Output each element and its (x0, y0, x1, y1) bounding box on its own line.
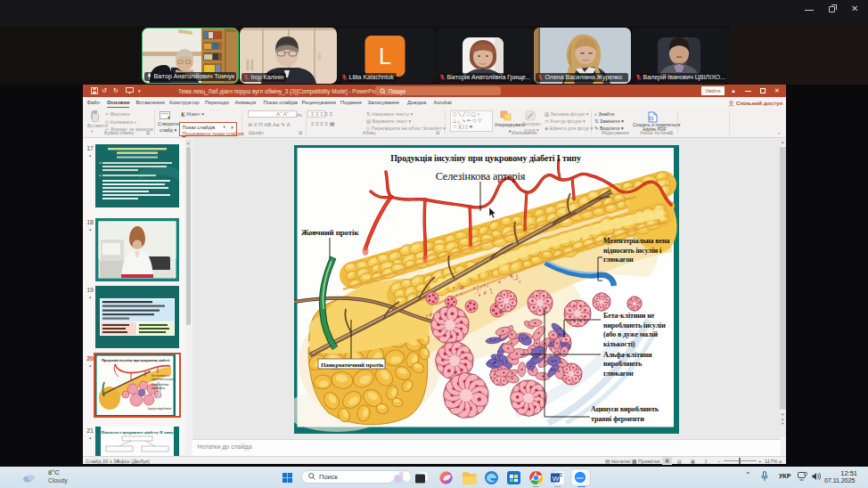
svg-text:виробляють: виробляють (151, 386, 166, 390)
svg-text:Альфа-клітини: Альфа-клітини (603, 351, 652, 359)
svg-text:глюкагон: глюкагон (603, 370, 634, 378)
svg-text:Жовчний протік: Жовчний протік (301, 228, 359, 237)
svg-text:Панкреатичний протік: Панкреатичний протік (321, 362, 384, 369)
svg-text:L: L (379, 44, 391, 69)
svg-text:Ацинуси виробляють: Ацинуси виробляють (147, 407, 172, 411)
svg-text:глюкагон: глюкагон (603, 256, 634, 264)
svg-text:виробляють інсулін: виробляють інсулін (151, 378, 174, 381)
svg-text:(або в дуже малій: (або в дуже малій (603, 330, 659, 338)
svg-text:Продукція інсуліну при цукрово: Продукція інсуліну при цукровому діабеті (101, 357, 169, 362)
svg-text:кількості): кількості) (603, 340, 635, 348)
svg-text:виробляють інсулін: виробляють інсулін (603, 321, 666, 329)
svg-text:виробляють: виробляють (603, 360, 643, 368)
svg-text:Бета-клітини не: Бета-клітини не (603, 312, 655, 320)
svg-text:Ацинуси виробляють: Ацинуси виробляють (591, 405, 659, 413)
svg-text:zoom: zoom (576, 476, 583, 480)
svg-text:Продукція інсуліну при цукров: Продукція інсуліну при цукровому діабеті… (390, 153, 581, 163)
svg-text:Селезінкова артерія: Селезінкова артерія (436, 170, 526, 183)
svg-text:Патогенез цукрового діабету II: Патогенез цукрового діабету II типу (101, 430, 174, 435)
svg-text:W: W (553, 475, 560, 483)
svg-text:Мезентеріальна вена: Мезентеріальна вена (603, 237, 670, 245)
svg-text:відносить інсулін і: відносить інсулін і (603, 247, 662, 255)
svg-text:травні ферменти: травні ферменти (591, 415, 644, 423)
